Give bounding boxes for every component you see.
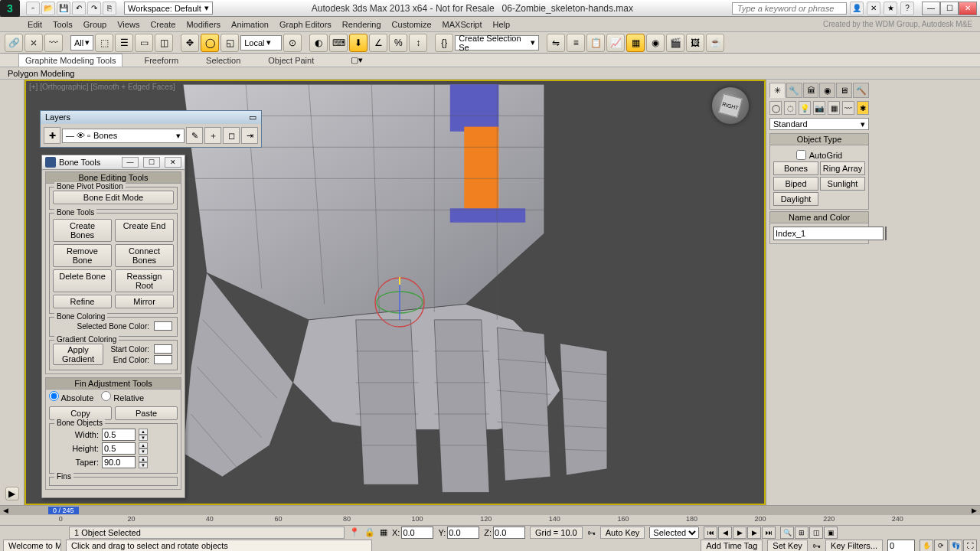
rotate-tool-icon[interactable]: ◯	[201, 34, 219, 52]
goto-start-icon[interactable]: ⏮	[704, 527, 717, 539]
daylight-button[interactable]: Daylight	[773, 192, 818, 206]
object-type-header[interactable]: Object Type	[770, 134, 868, 145]
nav-pan-icon[interactable]: ✋	[920, 540, 933, 552]
maxscript-mini[interactable]: Welcome to M	[3, 540, 61, 552]
layers-new-icon[interactable]: ✚	[44, 127, 60, 144]
width-spinner[interactable]	[102, 429, 136, 441]
maximize-button[interactable]: ☐	[940, 2, 959, 15]
menu-maxscript[interactable]: MAXScript	[443, 20, 482, 29]
setkey-button[interactable]: Set Key	[767, 540, 808, 552]
cp-utilities-tab[interactable]: 🔨	[853, 83, 869, 98]
search-input[interactable]	[732, 2, 847, 15]
dialog-maximize-button[interactable]: ☐	[143, 157, 160, 168]
cp-lights-icon[interactable]: 💡	[799, 101, 811, 115]
cp-helpers-icon[interactable]: ▦	[828, 101, 840, 115]
render-setup-icon[interactable]: 🎬	[666, 34, 684, 52]
layers-add-to-icon[interactable]: ＋	[204, 127, 221, 144]
pivot-center-icon[interactable]: ⊙	[283, 34, 302, 52]
favorites-icon[interactable]: ★	[884, 2, 897, 15]
link-tool-icon[interactable]: 🔗	[5, 34, 23, 52]
fin-adjustment-header[interactable]: Fin Adjustment Tools	[46, 378, 181, 390]
time-slider[interactable]: ◀ 0 / 245 ▶	[0, 506, 980, 515]
comm-center-icon[interactable]: 🗝	[587, 528, 596, 537]
cp-display-tab[interactable]: 🖥	[836, 83, 852, 98]
start-color-swatch[interactable]	[154, 344, 172, 354]
infocenter-icon[interactable]: 👤	[850, 2, 864, 15]
save-file-icon[interactable]: 💾	[57, 2, 70, 15]
snap-toggle-icon[interactable]: ⬇	[349, 34, 368, 52]
layers-current-dropdown[interactable]: — 👁 ▫ Bones▾	[62, 129, 185, 143]
cp-motion-tab[interactable]: ◉	[819, 83, 835, 98]
schematic-view-icon[interactable]: ▦	[626, 34, 645, 52]
lock-sel-icon[interactable]: 📍	[349, 527, 360, 537]
ribbon-tab-object-paint[interactable]: Object Paint	[262, 54, 320, 67]
layers-floater[interactable]: Layers▭ ✚ — 👁 ▫ Bones▾ ✎ ＋ ◻ ⇥	[40, 110, 262, 148]
menu-modifiers[interactable]: Modifiers	[186, 20, 220, 29]
biped-button[interactable]: Biped	[773, 177, 818, 191]
goto-end-icon[interactable]: ⏭	[762, 527, 776, 539]
nav-zoom-ext-icon[interactable]: ▣	[824, 527, 838, 539]
workspace-selector[interactable]: Workspace: Default▾	[124, 2, 213, 15]
minimize-button[interactable]: —	[922, 2, 940, 15]
track-bar[interactable]: 0 20 40 60 80 100 120 140 160 180 200 22…	[0, 515, 980, 526]
viewcube[interactable]: RIGHT	[712, 87, 749, 124]
add-time-tag[interactable]: Add Time Tag	[701, 540, 763, 552]
nav-max-icon[interactable]: ⛶	[963, 540, 977, 552]
play-script-icon[interactable]: ▶	[5, 487, 19, 500]
connect-bones-button[interactable]: Connect Bones	[115, 244, 174, 267]
new-file-icon[interactable]: ▫	[26, 2, 40, 15]
menu-tools[interactable]: Tools	[53, 20, 73, 29]
viewcube-face[interactable]: RIGHT	[718, 93, 743, 118]
keyfilters-button[interactable]: Key Filters...	[825, 540, 883, 552]
cp-systems-icon[interactable]: ✱	[857, 101, 869, 115]
manipulate-icon[interactable]: ◐	[309, 34, 328, 52]
end-color-swatch[interactable]	[154, 355, 172, 364]
align-icon[interactable]: ≡	[567, 34, 585, 52]
current-frame-input[interactable]	[887, 540, 915, 552]
autokey-button[interactable]: Auto Key	[600, 527, 645, 539]
bind-space-warp-icon[interactable]: 〰	[44, 34, 63, 52]
create-end-button[interactable]: Create End	[115, 219, 174, 242]
window-crossing-icon[interactable]: ◫	[155, 34, 173, 52]
ribbon-tab-graphite[interactable]: Graphite Modeling Tools	[18, 54, 122, 67]
coord-z-input[interactable]	[493, 527, 525, 539]
material-editor-icon[interactable]: ◉	[646, 34, 665, 52]
help-icon[interactable]: ?	[900, 2, 914, 15]
ref-coord-system[interactable]: Local▾	[240, 35, 282, 51]
autogrid-checkbox[interactable]	[796, 150, 806, 160]
select-object-icon[interactable]: ⬚	[95, 34, 113, 52]
layers-collapse-icon[interactable]: ▭	[249, 112, 256, 122]
ribbon-tab-selection[interactable]: Selection	[200, 54, 247, 67]
ribbon-tab-freeform[interactable]: Freeform	[138, 54, 185, 67]
timeline-prev-icon[interactable]: ◀	[0, 507, 11, 514]
keymode-select[interactable]: Selected	[649, 527, 699, 539]
move-tool-icon[interactable]: ✥	[181, 34, 199, 52]
bone-edit-mode-button[interactable]: Bone Edit Mode	[53, 191, 174, 204]
bone-tools-dialog[interactable]: Bone Tools — ☐ ✕ Bone Editing Tools Bone…	[41, 155, 185, 498]
select-name-icon[interactable]: ☰	[115, 34, 133, 52]
select-region-icon[interactable]: ▭	[135, 34, 153, 52]
prev-frame-icon[interactable]: ◀	[718, 527, 732, 539]
layers-set-current-icon[interactable]: ⇥	[241, 127, 258, 144]
render-prod-icon[interactable]: ☕	[706, 34, 724, 52]
mirror-icon[interactable]: ⇋	[547, 34, 565, 52]
cp-category-dropdown[interactable]: Standard ▾	[769, 118, 869, 130]
viewport[interactable]: [+] [Orthographic] [Smooth + Edged Faces…	[24, 80, 766, 505]
ring-array-button[interactable]: Ring Array	[820, 161, 865, 175]
ribbon-sub-row[interactable]: Polygon Modeling	[0, 67, 980, 80]
nav-zoom-icon[interactable]: 🔍	[780, 527, 794, 539]
absolute-radio[interactable]: Absolute	[49, 391, 93, 403]
height-spinner[interactable]	[102, 442, 136, 455]
object-name-input[interactable]	[773, 227, 884, 240]
bones-button[interactable]: Bones	[773, 161, 818, 175]
percent-snap-icon[interactable]: %	[389, 34, 407, 52]
refine-button[interactable]: Refine	[53, 295, 112, 308]
reassign-root-button[interactable]: Reassign Root	[115, 269, 174, 292]
viewport-label[interactable]: [+] [Orthographic] [Smooth + Edged Faces…	[29, 83, 175, 91]
nav-orbit-icon[interactable]: ⟳	[934, 540, 948, 552]
cp-geometry-icon[interactable]: ◯	[769, 101, 782, 115]
coord-y-input[interactable]	[447, 527, 479, 539]
render-frame-icon[interactable]: 🖼	[686, 34, 704, 52]
timeline-next-icon[interactable]: ▶	[969, 507, 980, 514]
spinner-snap-icon[interactable]: ↕	[409, 34, 427, 52]
